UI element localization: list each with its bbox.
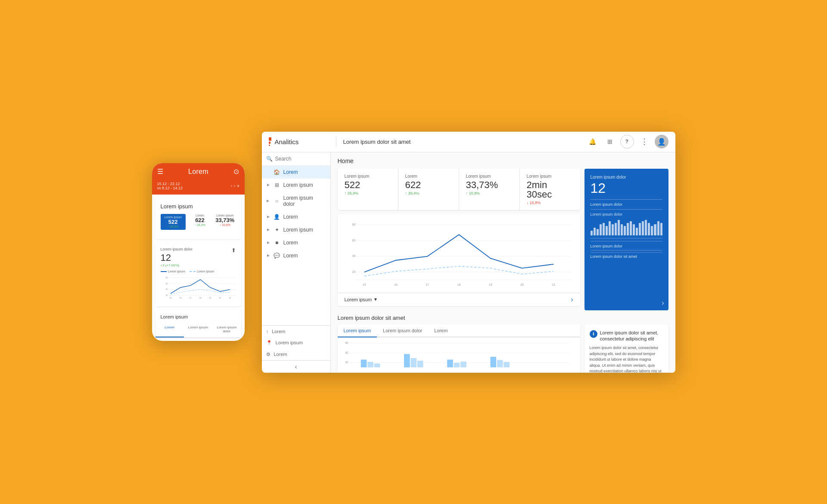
logo-bar-2 [269, 142, 270, 144]
desktop-topbar: Analitics Lorem ipsum dolor sit amet 🔔 ⊞… [262, 132, 675, 152]
sidebar-item-6[interactable]: ▶ 💬 Lorem [262, 249, 330, 262]
svg-text:18: 18 [457, 283, 460, 287]
sidebar-label-2: Lorem ipsum dolor [283, 195, 326, 207]
mobile-tab-2[interactable]: Lorem ipsum dolor [212, 322, 241, 337]
svg-text:20: 20 [352, 270, 355, 274]
stats-row: Lorem ipsum 522 ↑ 26,9% Lorem 622 ↑ 39,4… [338, 169, 580, 210]
sidebar-expand-4: ▶ [266, 228, 270, 232]
mobile-next-icon[interactable]: › [234, 184, 235, 188]
sidebar-label-4: Lorem ipsum [283, 227, 313, 233]
sidebar-item-5[interactable]: ▶ ■ Lorem [262, 236, 330, 249]
mobile-filter-icon[interactable]: ≡ [237, 184, 239, 188]
chart-footer: Lorem ipsum ▼ › [338, 293, 580, 306]
svg-rect-46 [490, 357, 496, 368]
blue-panel-bars [591, 218, 662, 235]
sidebar-collapse-btn[interactable]: ‹ [262, 360, 330, 373]
svg-text:60: 60 [352, 238, 355, 242]
mobile-stats-card: Lorem ipsum Lorem ipsum 522 ↑ 26,9% Lore… [155, 198, 241, 239]
legend-solid-line [161, 271, 167, 272]
mobile-stat-1: Lorem 622 ↑ 26,4% [189, 214, 211, 230]
bottom-tab-0[interactable]: Lorem ipsum [338, 325, 377, 337]
avatar-icon[interactable]: 👤 [655, 135, 668, 148]
mobile-chart-legend: Lorem ipsum Lorem ipsum [161, 270, 236, 273]
sidebar-item-1[interactable]: ▶ ⊞ Lorem ipsum [262, 179, 330, 192]
bottom-tab-1[interactable]: Lorem ipsum dolor [377, 325, 428, 337]
bar-mini-item [597, 229, 599, 235]
topbar-separator [336, 136, 336, 147]
sidebar-bottom-item-0[interactable]: ↑ Lorem [262, 326, 330, 337]
bar-mini-item [657, 221, 659, 235]
chart-select-icon: ▼ [373, 297, 378, 302]
mobile-prev-icon[interactable]: ‹ [231, 184, 232, 188]
mobile-tab-1[interactable]: Lorem ipsum [184, 322, 212, 337]
sidebar-item-2[interactable]: ▶ ○ Lorem ipsum dolor [262, 192, 330, 210]
main-top-row: Lorem ipsum 522 ↑ 26,9% Lorem 622 ↑ 39,4… [338, 169, 668, 310]
sidebar-bottom-label-0: Lorem [272, 329, 285, 334]
logo-icon [269, 137, 271, 146]
sidebar-bottom-item-2[interactable]: ⚙ Lorem [262, 349, 330, 360]
mobile-subheader: 15.12 - 22.12 vs 8.12 - 14.12 ‹ › ≡ [152, 180, 245, 195]
stat-cell-3: Lorem ipsum 2min 30sec ↓ 10,8% [520, 169, 580, 210]
chart-next-icon[interactable]: › [571, 296, 573, 303]
mobile-menu-icon[interactable]: ☰ [157, 167, 163, 176]
line-chart-svg: 80 60 40 20 15 [345, 218, 573, 291]
sidebar-item-4[interactable]: ▶ ✦ Lorem ipsum [262, 223, 330, 236]
mobile-stat-1-change: ↑ 26,4% [189, 223, 211, 226]
svg-text:80: 80 [352, 223, 355, 226]
sidebar-bottom-item-1[interactable]: 📍 Lorem ipsum [262, 337, 330, 349]
chart-footer-select[interactable]: Lorem ipsum ▼ [345, 297, 378, 302]
bar-mini-item [630, 221, 632, 235]
desktop-main: Home Lorem ipsum 522 ↑ 26,9% [331, 152, 675, 373]
bar-mini-item [624, 226, 626, 235]
bottom-tab-2[interactable]: Lorem [428, 325, 454, 337]
blue-panel-bars-title: Lorem ipsum dolor [591, 212, 662, 216]
bar-mini-item [591, 231, 593, 235]
stat-value-0: 522 [345, 180, 391, 190]
mobile-bottom-card: Lorem ipsum Lorem Lorem ipsum Lorem ipsu… [155, 310, 241, 337]
svg-rect-44 [454, 362, 460, 367]
svg-text:60: 60 [345, 351, 348, 354]
stat-value-2: 33,73% [466, 180, 513, 190]
sidebar-icon-6: 💬 [274, 253, 280, 259]
sidebar-bottom: ↑ Lorem 📍 Lorem ipsum ⚙ Lorem [262, 325, 330, 360]
stat-change-0: ↑ 26,9% [345, 191, 391, 195]
sidebar-item-3[interactable]: ▶ 👤 Lorem [262, 210, 330, 223]
svg-text:17: 17 [189, 297, 192, 299]
notification-icon[interactable]: 🔔 [586, 135, 600, 148]
sidebar-item-0[interactable]: 🏠 Lorem [262, 166, 330, 179]
mobile-stat-0-label: Lorem ipsum [162, 216, 184, 219]
desktop-device: Analitics Lorem ipsum dolor sit amet 🔔 ⊞… [262, 132, 675, 373]
bar-mini-item [594, 228, 596, 235]
sidebar-expand-5: ▶ [266, 241, 270, 245]
svg-rect-41 [410, 358, 417, 367]
mobile-settings-icon[interactable]: ⊙ [233, 167, 239, 176]
bar-mini-item [627, 223, 629, 235]
blue-panel-next-icon[interactable]: › [662, 299, 664, 307]
mobile-header: ☰ Lorem ⊙ [152, 163, 245, 180]
sidebar-icon-1: ⊞ [274, 182, 280, 188]
bar-mini-item [618, 220, 620, 235]
more-menu-icon[interactable]: ⋮ [637, 135, 651, 148]
mobile-share-icon[interactable]: ⬆ [231, 247, 236, 254]
bottom-right-text: Lorem ipsum dolor sit amet, consectetur … [590, 345, 663, 372]
mobile-tabs: Lorem Lorem ipsum Lorem ipsum dolor [155, 322, 241, 337]
svg-rect-37 [361, 359, 367, 367]
desktop-page-title: Lorem ipsum dolor sit amet [343, 139, 586, 145]
mobile-tab-0[interactable]: Lorem [155, 322, 184, 337]
apps-icon[interactable]: ⊞ [603, 135, 617, 148]
stat-cell-0: Lorem ipsum 522 ↑ 26,9% [338, 169, 398, 210]
search-input[interactable] [275, 156, 326, 162]
svg-text:21: 21 [552, 283, 555, 287]
logo-bar-3 [269, 145, 270, 146]
chart-body: 80 60 40 20 15 [338, 214, 580, 293]
bar-mini-item [636, 228, 638, 235]
help-icon[interactable]: ? [620, 135, 634, 148]
legend-dashed-item: Lorem ipsum [190, 270, 214, 273]
svg-text:60: 60 [165, 283, 168, 285]
svg-text:20: 20 [165, 294, 168, 297]
bottom-right-icon: ℹ [590, 330, 597, 338]
stat-value-1: 622 [405, 180, 452, 190]
sidebar-bottom-label-2: Lorem [274, 352, 287, 357]
legend-solid-item: Lorem ipsum [161, 270, 185, 273]
sidebar-expand-3: ▶ [266, 215, 270, 219]
